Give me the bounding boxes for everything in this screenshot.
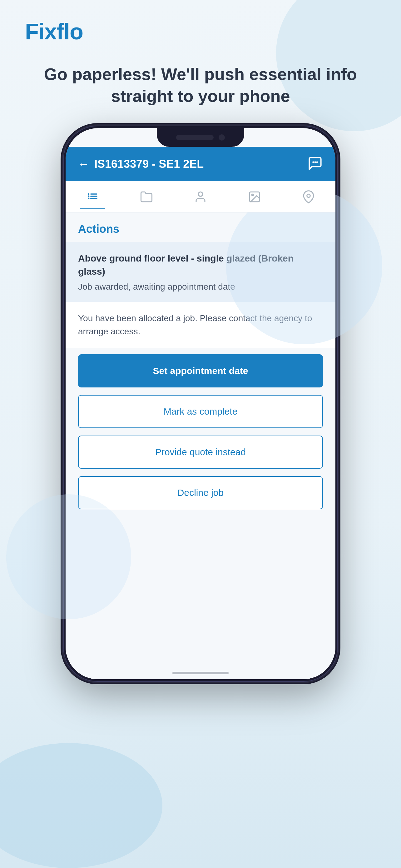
svg-point-5 [88,198,90,199]
action-buttons-container: Set appointment date Mark as complete Pr… [66,348,335,516]
decline-job-button[interactable]: Decline job [78,476,323,509]
phone-notch [157,128,244,147]
chat-icon[interactable] [307,156,323,173]
mark-complete-button[interactable]: Mark as complete [78,395,323,428]
notch-camera [219,134,225,141]
phone-mockup-wrapper: ← IS1613379 - SE1 2EL [0,126,401,713]
back-button[interactable]: ← [78,158,89,170]
tab-person[interactable] [188,184,213,209]
notch-speaker [176,135,213,140]
nav-tabs [66,181,335,213]
app-header-left: ← IS1613379 - SE1 2EL [78,157,204,170]
tab-folder[interactable] [134,184,159,209]
svg-point-3 [88,193,90,195]
tab-location[interactable] [296,184,321,209]
provide-quote-button[interactable]: Provide quote instead [78,436,323,469]
set-appointment-button[interactable]: Set appointment date [78,354,323,388]
svg-point-12 [307,194,310,197]
bg-circle-left [6,494,131,619]
svg-point-11 [252,194,253,195]
tab-image[interactable] [242,184,267,209]
app-header-title: IS1613379 - SE1 2EL [94,157,204,170]
svg-point-4 [88,195,90,197]
header-section: Fixflo [0,0,401,44]
app-logo: Fixflo [25,19,376,44]
home-indicator [172,672,229,674]
tagline-section: Go paperless! We'll push essential info … [25,63,376,107]
app-header-bar: ← IS1613379 - SE1 2EL [66,147,335,181]
tagline-text: Go paperless! We'll push essential info … [25,63,376,107]
svg-point-9 [198,192,203,196]
tab-list[interactable] [80,184,105,209]
